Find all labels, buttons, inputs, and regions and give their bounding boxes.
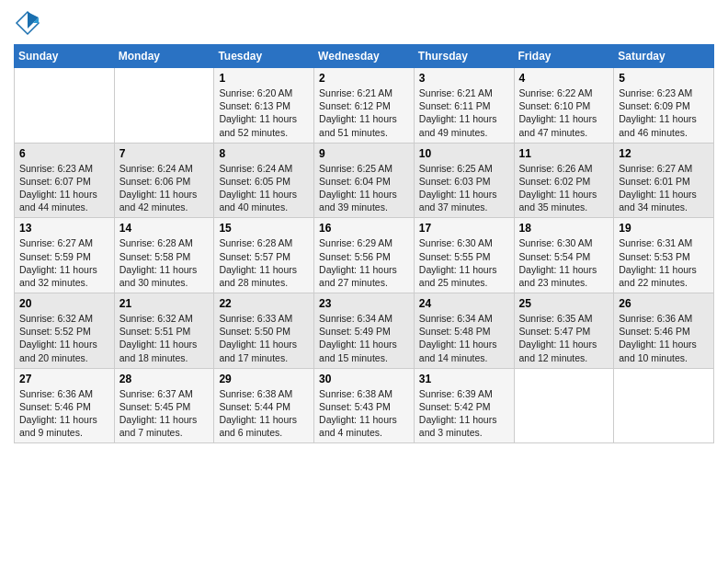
cell-text: Sunrise: 6:28 AMSunset: 5:57 PMDaylight:… bbox=[219, 236, 309, 289]
calendar-cell: 14Sunrise: 6:28 AMSunset: 5:58 PMDayligh… bbox=[114, 218, 214, 293]
cell-text: Sunrise: 6:37 AMSunset: 5:45 PMDaylight:… bbox=[119, 387, 210, 440]
day-number: 1 bbox=[219, 72, 309, 85]
day-number: 24 bbox=[419, 297, 509, 310]
weekday-header-row: SundayMondayTuesdayWednesdayThursdayFrid… bbox=[15, 45, 714, 68]
day-number: 26 bbox=[619, 297, 709, 310]
cell-text: Sunrise: 6:33 AMSunset: 5:50 PMDaylight:… bbox=[219, 312, 309, 364]
calendar-cell: 19Sunrise: 6:31 AMSunset: 5:53 PMDayligh… bbox=[614, 218, 714, 293]
cell-text: Sunrise: 6:27 AMSunset: 6:01 PMDaylight:… bbox=[619, 162, 709, 214]
calendar-cell: 3Sunrise: 6:21 AMSunset: 6:11 PMDaylight… bbox=[414, 68, 514, 144]
day-number: 16 bbox=[319, 222, 409, 235]
day-number: 5 bbox=[619, 72, 709, 85]
cell-text: Sunrise: 6:24 AMSunset: 6:05 PMDaylight:… bbox=[219, 162, 309, 214]
day-number: 28 bbox=[119, 373, 210, 385]
day-number: 15 bbox=[219, 222, 309, 235]
weekday-header: Friday bbox=[514, 45, 614, 68]
cell-text: Sunrise: 6:35 AMSunset: 5:47 PMDaylight:… bbox=[519, 312, 609, 364]
calendar-cell bbox=[514, 368, 614, 443]
cell-text: Sunrise: 6:30 AMSunset: 5:55 PMDaylight:… bbox=[419, 236, 509, 289]
calendar-week-row: 20Sunrise: 6:32 AMSunset: 5:52 PMDayligh… bbox=[15, 293, 714, 369]
calendar-cell: 5Sunrise: 6:23 AMSunset: 6:09 PMDaylight… bbox=[614, 68, 714, 144]
logo-icon bbox=[14, 9, 41, 37]
cell-text: Sunrise: 6:34 AMSunset: 5:48 PMDaylight:… bbox=[419, 312, 509, 364]
calendar-cell: 23Sunrise: 6:34 AMSunset: 5:49 PMDayligh… bbox=[314, 293, 415, 369]
cell-text: Sunrise: 6:25 AMSunset: 6:03 PMDaylight:… bbox=[419, 162, 509, 214]
day-number: 22 bbox=[219, 297, 309, 310]
cell-text: Sunrise: 6:34 AMSunset: 5:49 PMDaylight:… bbox=[319, 312, 409, 364]
cell-text: Sunrise: 6:39 AMSunset: 5:42 PMDaylight:… bbox=[419, 387, 509, 440]
cell-text: Sunrise: 6:32 AMSunset: 5:51 PMDaylight:… bbox=[119, 312, 210, 364]
calendar-cell: 31Sunrise: 6:39 AMSunset: 5:42 PMDayligh… bbox=[414, 368, 514, 443]
calendar-cell: 2Sunrise: 6:21 AMSunset: 6:12 PMDaylight… bbox=[314, 68, 415, 144]
day-number: 8 bbox=[219, 147, 309, 160]
calendar-cell: 29Sunrise: 6:38 AMSunset: 5:44 PMDayligh… bbox=[214, 368, 314, 443]
calendar-cell: 9Sunrise: 6:25 AMSunset: 6:04 PMDaylight… bbox=[314, 143, 415, 218]
calendar-cell: 25Sunrise: 6:35 AMSunset: 5:47 PMDayligh… bbox=[514, 293, 614, 369]
cell-text: Sunrise: 6:21 AMSunset: 6:12 PMDaylight:… bbox=[319, 86, 409, 139]
calendar-cell: 21Sunrise: 6:32 AMSunset: 5:51 PMDayligh… bbox=[114, 293, 214, 369]
cell-text: Sunrise: 6:38 AMSunset: 5:43 PMDaylight:… bbox=[319, 387, 409, 440]
day-number: 12 bbox=[619, 147, 709, 160]
day-number: 19 bbox=[619, 222, 709, 235]
day-number: 6 bbox=[19, 147, 109, 160]
calendar-cell: 27Sunrise: 6:36 AMSunset: 5:46 PMDayligh… bbox=[15, 368, 115, 443]
cell-text: Sunrise: 6:38 AMSunset: 5:44 PMDaylight:… bbox=[219, 387, 309, 440]
day-number: 11 bbox=[519, 147, 609, 160]
weekday-header: Tuesday bbox=[214, 45, 314, 68]
calendar-cell: 20Sunrise: 6:32 AMSunset: 5:52 PMDayligh… bbox=[15, 293, 115, 369]
cell-text: Sunrise: 6:27 AMSunset: 5:59 PMDaylight:… bbox=[19, 236, 109, 289]
calendar-cell: 6Sunrise: 6:23 AMSunset: 6:07 PMDaylight… bbox=[15, 143, 115, 218]
day-number: 21 bbox=[119, 297, 210, 310]
day-number: 29 bbox=[219, 373, 309, 385]
calendar-cell: 24Sunrise: 6:34 AMSunset: 5:48 PMDayligh… bbox=[414, 293, 514, 369]
day-number: 23 bbox=[319, 297, 409, 310]
day-number: 4 bbox=[519, 72, 609, 85]
cell-text: Sunrise: 6:23 AMSunset: 6:09 PMDaylight:… bbox=[619, 86, 709, 139]
day-number: 10 bbox=[419, 147, 509, 160]
day-number: 30 bbox=[319, 373, 409, 385]
calendar-cell: 22Sunrise: 6:33 AMSunset: 5:50 PMDayligh… bbox=[214, 293, 314, 369]
calendar-cell: 16Sunrise: 6:29 AMSunset: 5:56 PMDayligh… bbox=[314, 218, 415, 293]
cell-text: Sunrise: 6:24 AMSunset: 6:06 PMDaylight:… bbox=[119, 162, 210, 214]
logo bbox=[14, 9, 45, 37]
cell-text: Sunrise: 6:22 AMSunset: 6:10 PMDaylight:… bbox=[519, 86, 609, 139]
calendar-cell bbox=[614, 368, 714, 443]
day-number: 27 bbox=[19, 373, 109, 385]
day-number: 31 bbox=[419, 373, 509, 385]
calendar-week-row: 1Sunrise: 6:20 AMSunset: 6:13 PMDaylight… bbox=[15, 68, 714, 144]
calendar-cell bbox=[114, 68, 214, 144]
cell-text: Sunrise: 6:28 AMSunset: 5:58 PMDaylight:… bbox=[119, 236, 210, 289]
day-number: 9 bbox=[319, 147, 409, 160]
calendar-cell: 15Sunrise: 6:28 AMSunset: 5:57 PMDayligh… bbox=[214, 218, 314, 293]
calendar-cell: 7Sunrise: 6:24 AMSunset: 6:06 PMDaylight… bbox=[114, 143, 214, 218]
cell-text: Sunrise: 6:21 AMSunset: 6:11 PMDaylight:… bbox=[419, 86, 509, 139]
cell-text: Sunrise: 6:29 AMSunset: 5:56 PMDaylight:… bbox=[319, 236, 409, 289]
calendar-cell: 26Sunrise: 6:36 AMSunset: 5:46 PMDayligh… bbox=[614, 293, 714, 369]
calendar-cell: 18Sunrise: 6:30 AMSunset: 5:54 PMDayligh… bbox=[514, 218, 614, 293]
calendar-cell: 8Sunrise: 6:24 AMSunset: 6:05 PMDaylight… bbox=[214, 143, 314, 218]
day-number: 17 bbox=[419, 222, 509, 235]
day-number: 20 bbox=[19, 297, 109, 310]
calendar-cell: 30Sunrise: 6:38 AMSunset: 5:43 PMDayligh… bbox=[314, 368, 415, 443]
day-number: 3 bbox=[419, 72, 509, 85]
cell-text: Sunrise: 6:20 AMSunset: 6:13 PMDaylight:… bbox=[219, 86, 309, 139]
cell-text: Sunrise: 6:31 AMSunset: 5:53 PMDaylight:… bbox=[619, 236, 709, 289]
calendar-cell: 11Sunrise: 6:26 AMSunset: 6:02 PMDayligh… bbox=[514, 143, 614, 218]
weekday-header: Saturday bbox=[614, 45, 714, 68]
cell-text: Sunrise: 6:26 AMSunset: 6:02 PMDaylight:… bbox=[519, 162, 609, 214]
calendar-cell bbox=[15, 68, 115, 144]
cell-text: Sunrise: 6:23 AMSunset: 6:07 PMDaylight:… bbox=[19, 162, 109, 214]
day-number: 7 bbox=[119, 147, 210, 160]
cell-text: Sunrise: 6:36 AMSunset: 5:46 PMDaylight:… bbox=[619, 312, 709, 364]
weekday-header: Monday bbox=[114, 45, 214, 68]
page-header bbox=[14, 9, 714, 37]
calendar-table: SundayMondayTuesdayWednesdayThursdayFrid… bbox=[14, 44, 714, 443]
calendar-cell: 17Sunrise: 6:30 AMSunset: 5:55 PMDayligh… bbox=[414, 218, 514, 293]
calendar-cell: 28Sunrise: 6:37 AMSunset: 5:45 PMDayligh… bbox=[114, 368, 214, 443]
weekday-header: Thursday bbox=[414, 45, 514, 68]
calendar-cell: 13Sunrise: 6:27 AMSunset: 5:59 PMDayligh… bbox=[15, 218, 115, 293]
cell-text: Sunrise: 6:32 AMSunset: 5:52 PMDaylight:… bbox=[19, 312, 109, 364]
day-number: 2 bbox=[319, 72, 409, 85]
cell-text: Sunrise: 6:36 AMSunset: 5:46 PMDaylight:… bbox=[19, 387, 109, 440]
weekday-header: Wednesday bbox=[314, 45, 415, 68]
